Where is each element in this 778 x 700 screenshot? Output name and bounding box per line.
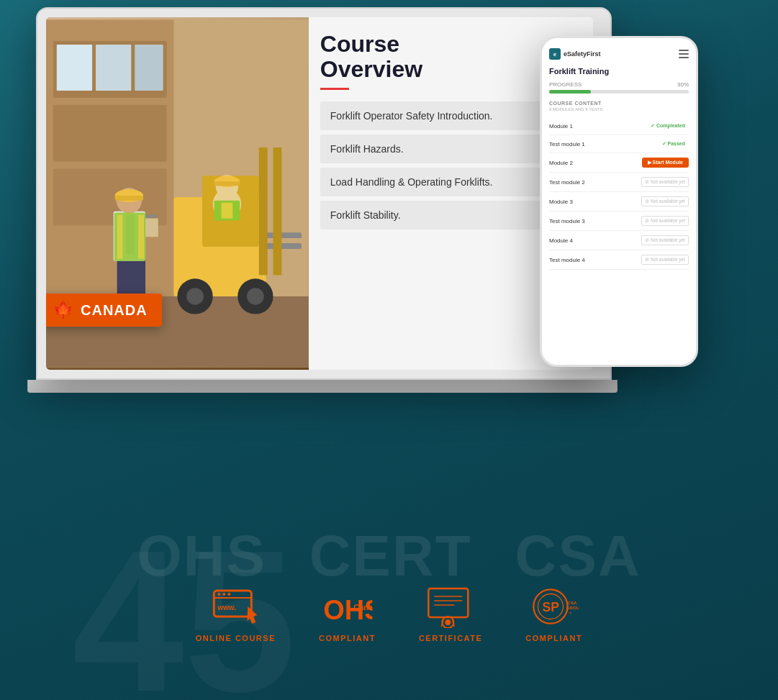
csa-svg: SP CSA GROUP ™ [529, 585, 579, 628]
course-image: 🍁 CANADA [46, 17, 309, 370]
module-row-test-3: Test module 3 ⊘ Not available yet [549, 212, 689, 231]
svg-rect-18 [273, 147, 282, 275]
progress-bar-fill [549, 90, 591, 94]
module-name-4: Module 4 [549, 237, 573, 244]
module-status-test-3: ⊘ Not available yet [641, 216, 689, 226]
online-course-label: ONLINE COURSE [196, 634, 276, 642]
module-name-3: Module 3 [549, 199, 573, 205]
module-name-1: Module 1 [549, 123, 573, 129]
title-underline [320, 88, 349, 90]
svg-rect-32 [144, 219, 158, 237]
module-row-2: Module 2 ▶ Start Module [549, 153, 689, 173]
canada-label: CANADA [81, 302, 148, 319]
ohs-icon: OHS Canada [322, 585, 372, 628]
phone-course-title: Forklift Training [549, 67, 689, 76]
phone-screen: e eSafetyFirst Forklift Training PROGRES… [542, 38, 696, 365]
module-name-test-2: Test module 2 [549, 179, 585, 186]
svg-point-41 [227, 593, 230, 596]
svg-rect-35 [117, 215, 123, 259]
laptop-device: 🍁 CANADA Course Overview Forklift Operat… [36, 7, 612, 388]
icon-online-course: www. ONLINE COURSE [196, 585, 276, 642]
www-icon: www. [210, 585, 261, 628]
phone-logo: e eSafetyFirst [549, 48, 601, 60]
progress-section: PROGRESS 30% [549, 81, 689, 94]
maple-leaf-icon: 🍁 [53, 301, 73, 319]
app-logo-icon: e [549, 48, 561, 60]
laptop-base [27, 380, 618, 393]
bg-deco-2: CERT [309, 523, 472, 589]
svg-rect-6 [96, 45, 131, 91]
scene-container: 🍁 CANADA Course Overview Forklift Operat… [36, 7, 655, 410]
svg-point-39 [217, 593, 220, 596]
module-status-3: ⊘ Not available yet [641, 196, 689, 206]
svg-point-51 [445, 619, 451, 625]
svg-text:™: ™ [569, 612, 572, 616]
certificate-label: CERTIFICATE [419, 634, 482, 642]
module-status-test-2: ⊘ Not available yet [641, 177, 689, 187]
cert-icon [425, 585, 476, 628]
mobile-phone: e eSafetyFirst Forklift Training PROGRES… [540, 36, 698, 367]
svg-point-16 [247, 288, 264, 305]
phone-header: e eSafetyFirst [549, 48, 689, 60]
svg-text:Canada: Canada [353, 603, 372, 612]
cert-svg [425, 585, 476, 628]
svg-rect-7 [135, 45, 163, 91]
module-name-2: Module 2 [549, 160, 573, 166]
module-row-1: Module 1 ✓ Compleated [549, 117, 689, 135]
bottom-icons-row: www. ONLINE COURSE OHS Canada COMPLIANT [196, 585, 582, 642]
module-name-test-3: Test module 3 [549, 218, 585, 224]
svg-text:www.: www. [217, 604, 236, 612]
svg-rect-17 [259, 147, 268, 275]
module-row-test-4: Test module 4 ⊘ Not available yet [549, 250, 689, 270]
ohs-svg: OHS Canada [322, 585, 372, 628]
app-logo-text: eSafetyFirst [564, 50, 601, 58]
svg-text:CSA: CSA [568, 600, 577, 605]
csa-compliant-label: COMPLIANT [525, 634, 582, 642]
module-status-test-1: ✓ Passed [659, 140, 689, 148]
csa-icon: SP CSA GROUP ™ [529, 585, 579, 628]
svg-rect-46 [428, 588, 468, 617]
module-name-test-1: Test module 1 [549, 141, 585, 147]
svg-text:GROUP: GROUP [566, 605, 579, 610]
progress-label-row: PROGRESS 30% [549, 81, 689, 88]
svg-rect-11 [266, 232, 302, 238]
svg-rect-5 [57, 45, 92, 91]
svg-point-14 [186, 288, 204, 305]
svg-rect-24 [222, 203, 233, 219]
svg-text:SP: SP [543, 600, 560, 614]
progress-value: 30% [677, 81, 689, 88]
svg-rect-3 [53, 105, 167, 162]
icon-csa-compliant: SP CSA GROUP ™ COMPLIANT [525, 585, 582, 642]
module-name-test-4: Test module 4 [549, 257, 585, 263]
course-content-label: COURSE CONTENT [549, 101, 689, 106]
progress-text: PROGRESS [549, 81, 582, 88]
www-svg: www. [210, 585, 261, 628]
canada-badge: 🍁 CANADA [46, 294, 162, 327]
module-row-test-1: Test module 1 ✓ Passed [549, 135, 689, 153]
svg-rect-31 [115, 196, 143, 201]
svg-rect-33 [145, 215, 157, 218]
icon-certificate: CERTIFICATE [419, 585, 482, 642]
progress-bar-bg [549, 90, 689, 94]
laptop-screen: 🍁 CANADA Course Overview Forklift Operat… [46, 17, 593, 370]
module-status-4: ⊘ Not available yet [641, 235, 689, 245]
module-status-2[interactable]: ▶ Start Module [642, 158, 689, 168]
svg-point-40 [222, 593, 225, 596]
laptop-body: 🍁 CANADA Course Overview Forklift Operat… [36, 7, 612, 380]
module-row-4: Module 4 ⊘ Not available yet [549, 231, 689, 250]
module-row-test-2: Test module 2 ⊘ Not available yet [549, 173, 689, 192]
svg-rect-36 [138, 215, 144, 259]
module-status-1: ✓ Compleated [647, 122, 689, 130]
ohs-compliant-label: COMPLIANT [319, 634, 376, 642]
modules-subtext: 9 MODULES AND 8 TESTS [549, 107, 689, 112]
module-status-test-4: ⊘ Not available yet [641, 255, 689, 265]
course-screen: 🍁 CANADA Course Overview Forklift Operat… [46, 17, 593, 370]
bg-deco-3: CSA [515, 523, 641, 589]
svg-rect-12 [266, 243, 302, 249]
module-row-3: Module 3 ⊘ Not available yet [549, 192, 689, 212]
icon-ohs-compliant: OHS Canada COMPLIANT [319, 585, 376, 642]
hamburger-menu[interactable] [679, 50, 689, 58]
svg-rect-22 [214, 181, 240, 186]
